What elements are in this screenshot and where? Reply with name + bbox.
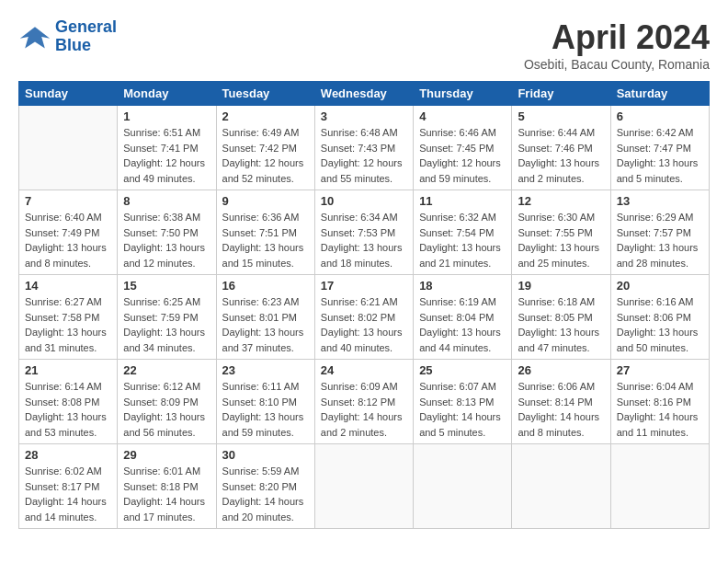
calendar-week-row: 21 Sunrise: 6:14 AMSunset: 8:08 PMDaylig… — [19, 360, 710, 444]
calendar-cell: 23 Sunrise: 6:11 AMSunset: 8:10 PMDaylig… — [216, 360, 314, 444]
day-number: 16 — [222, 279, 309, 293]
day-number: 25 — [419, 363, 506, 377]
calendar-cell: 5 Sunrise: 6:44 AMSunset: 7:46 PMDayligh… — [512, 106, 610, 190]
calendar-cell: 20 Sunrise: 6:16 AMSunset: 8:06 PMDaylig… — [610, 275, 709, 360]
day-number: 1 — [123, 109, 210, 123]
calendar-cell: 26 Sunrise: 6:06 AMSunset: 8:14 PMDaylig… — [512, 360, 610, 444]
calendar-cell: 25 Sunrise: 6:07 AMSunset: 8:13 PMDaylig… — [414, 360, 512, 444]
calendar-cell — [610, 444, 709, 529]
day-number: 18 — [419, 279, 506, 293]
day-number: 7 — [25, 194, 111, 208]
day-number: 27 — [617, 363, 703, 377]
day-number: 30 — [222, 448, 309, 462]
day-number: 19 — [518, 279, 604, 293]
day-detail: Sunrise: 6:36 AMSunset: 7:51 PMDaylight:… — [222, 210, 309, 270]
day-number: 3 — [321, 109, 407, 123]
location-subtitle: Osebiti, Bacau County, Romania — [524, 57, 710, 72]
calendar-cell — [414, 444, 512, 529]
calendar-cell: 11 Sunrise: 6:32 AMSunset: 7:54 PMDaylig… — [414, 190, 512, 275]
day-number: 23 — [222, 363, 309, 377]
calendar-cell: 18 Sunrise: 6:19 AMSunset: 8:04 PMDaylig… — [414, 275, 512, 360]
title-block: April 2024 Osebiti, Bacau County, Romani… — [524, 18, 710, 72]
day-detail: Sunrise: 6:48 AMSunset: 7:43 PMDaylight:… — [321, 125, 407, 186]
day-number: 15 — [123, 279, 210, 293]
day-detail: Sunrise: 6:07 AMSunset: 8:13 PMDaylight:… — [419, 379, 506, 440]
weekday-header-row: SundayMondayTuesdayWednesdayThursdayFrid… — [19, 82, 710, 106]
day-detail: Sunrise: 6:16 AMSunset: 8:06 PMDaylight:… — [617, 294, 703, 355]
day-detail: Sunrise: 6:19 AMSunset: 8:04 PMDaylight:… — [419, 294, 506, 355]
day-detail: Sunrise: 6:34 AMSunset: 7:53 PMDaylight:… — [321, 210, 407, 270]
day-number: 12 — [518, 194, 604, 208]
month-title: April 2024 — [524, 18, 710, 57]
day-detail: Sunrise: 6:23 AMSunset: 8:01 PMDaylight:… — [222, 294, 309, 355]
day-detail: Sunrise: 6:21 AMSunset: 8:02 PMDaylight:… — [321, 294, 407, 355]
calendar-cell: 13 Sunrise: 6:29 AMSunset: 7:57 PMDaylig… — [610, 190, 709, 275]
logo-bird-icon — [18, 20, 51, 53]
day-detail: Sunrise: 6:27 AMSunset: 7:58 PMDaylight:… — [25, 294, 111, 355]
day-detail: Sunrise: 6:30 AMSunset: 7:55 PMDaylight:… — [518, 210, 604, 270]
weekday-header: Saturday — [610, 82, 709, 106]
day-number: 26 — [518, 363, 604, 377]
day-detail: Sunrise: 6:40 AMSunset: 7:49 PMDaylight:… — [25, 210, 111, 270]
weekday-header: Friday — [512, 82, 610, 106]
weekday-header: Sunday — [19, 82, 118, 106]
calendar-week-row: 1 Sunrise: 6:51 AMSunset: 7:41 PMDayligh… — [19, 106, 710, 190]
day-detail: Sunrise: 6:12 AMSunset: 8:09 PMDaylight:… — [123, 379, 210, 440]
day-number: 11 — [419, 194, 506, 208]
day-number: 14 — [25, 279, 111, 293]
logo-line2: Blue — [55, 36, 91, 54]
day-detail: Sunrise: 6:51 AMSunset: 7:41 PMDaylight:… — [123, 125, 210, 186]
calendar-cell: 14 Sunrise: 6:27 AMSunset: 7:58 PMDaylig… — [19, 275, 118, 360]
calendar-cell: 19 Sunrise: 6:18 AMSunset: 8:05 PMDaylig… — [512, 275, 610, 360]
day-number: 2 — [222, 109, 309, 123]
calendar-week-row: 28 Sunrise: 6:02 AMSunset: 8:17 PMDaylig… — [19, 444, 710, 529]
calendar-cell: 16 Sunrise: 6:23 AMSunset: 8:01 PMDaylig… — [216, 275, 314, 360]
day-detail: Sunrise: 6:06 AMSunset: 8:14 PMDaylight:… — [518, 379, 604, 440]
logo-text: General Blue — [55, 18, 117, 55]
day-detail: Sunrise: 6:32 AMSunset: 7:54 PMDaylight:… — [419, 210, 506, 270]
calendar-cell: 22 Sunrise: 6:12 AMSunset: 8:09 PMDaylig… — [118, 360, 216, 444]
day-detail: Sunrise: 6:11 AMSunset: 8:10 PMDaylight:… — [222, 379, 309, 440]
calendar-cell: 3 Sunrise: 6:48 AMSunset: 7:43 PMDayligh… — [314, 106, 413, 190]
day-detail: Sunrise: 6:25 AMSunset: 7:59 PMDaylight:… — [123, 294, 210, 355]
weekday-header: Monday — [118, 82, 216, 106]
svg-marker-0 — [20, 27, 50, 48]
calendar-cell: 8 Sunrise: 6:38 AMSunset: 7:50 PMDayligh… — [118, 190, 216, 275]
day-number: 10 — [321, 194, 407, 208]
calendar-cell: 9 Sunrise: 6:36 AMSunset: 7:51 PMDayligh… — [216, 190, 314, 275]
day-detail: Sunrise: 6:42 AMSunset: 7:47 PMDaylight:… — [617, 125, 703, 186]
calendar-cell: 4 Sunrise: 6:46 AMSunset: 7:45 PMDayligh… — [414, 106, 512, 190]
day-number: 13 — [617, 194, 703, 208]
calendar-cell: 28 Sunrise: 6:02 AMSunset: 8:17 PMDaylig… — [19, 444, 118, 529]
calendar-cell — [314, 444, 413, 529]
logo-line1: General — [55, 17, 117, 36]
day-number: 20 — [617, 279, 703, 293]
day-number: 29 — [123, 448, 210, 462]
day-detail: Sunrise: 6:18 AMSunset: 8:05 PMDaylight:… — [518, 294, 604, 355]
day-detail: Sunrise: 6:14 AMSunset: 8:08 PMDaylight:… — [25, 379, 111, 440]
calendar-week-row: 7 Sunrise: 6:40 AMSunset: 7:49 PMDayligh… — [19, 190, 710, 275]
day-detail: Sunrise: 6:44 AMSunset: 7:46 PMDaylight:… — [518, 125, 604, 186]
calendar-week-row: 14 Sunrise: 6:27 AMSunset: 7:58 PMDaylig… — [19, 275, 710, 360]
day-detail: Sunrise: 5:59 AMSunset: 8:20 PMDaylight:… — [222, 464, 309, 524]
calendar-cell: 6 Sunrise: 6:42 AMSunset: 7:47 PMDayligh… — [610, 106, 709, 190]
calendar-cell: 7 Sunrise: 6:40 AMSunset: 7:49 PMDayligh… — [19, 190, 118, 275]
day-detail: Sunrise: 6:04 AMSunset: 8:16 PMDaylight:… — [617, 379, 703, 440]
day-detail: Sunrise: 6:38 AMSunset: 7:50 PMDaylight:… — [123, 210, 210, 270]
calendar-cell: 10 Sunrise: 6:34 AMSunset: 7:53 PMDaylig… — [314, 190, 413, 275]
page-header: General Blue April 2024 Osebiti, Bacau C… — [18, 18, 710, 72]
calendar-cell — [512, 444, 610, 529]
calendar-cell: 29 Sunrise: 6:01 AMSunset: 8:18 PMDaylig… — [118, 444, 216, 529]
day-detail: Sunrise: 6:02 AMSunset: 8:17 PMDaylight:… — [25, 464, 111, 524]
weekday-header: Thursday — [414, 82, 512, 106]
calendar-cell: 17 Sunrise: 6:21 AMSunset: 8:02 PMDaylig… — [314, 275, 413, 360]
calendar-table: SundayMondayTuesdayWednesdayThursdayFrid… — [18, 81, 710, 529]
calendar-cell: 30 Sunrise: 5:59 AMSunset: 8:20 PMDaylig… — [216, 444, 314, 529]
day-number: 8 — [123, 194, 210, 208]
logo: General Blue — [18, 18, 117, 55]
day-detail: Sunrise: 6:09 AMSunset: 8:12 PMDaylight:… — [321, 379, 407, 440]
day-number: 6 — [617, 109, 703, 123]
day-number: 28 — [25, 448, 111, 462]
day-detail: Sunrise: 6:29 AMSunset: 7:57 PMDaylight:… — [617, 210, 703, 270]
calendar-cell: 27 Sunrise: 6:04 AMSunset: 8:16 PMDaylig… — [610, 360, 709, 444]
